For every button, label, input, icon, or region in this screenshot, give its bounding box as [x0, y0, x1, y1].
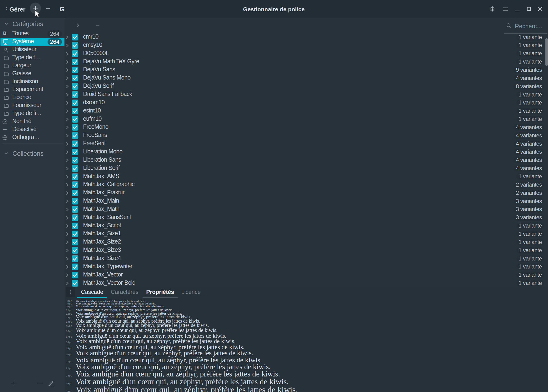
svg-text:?: ? — [4, 120, 6, 124]
